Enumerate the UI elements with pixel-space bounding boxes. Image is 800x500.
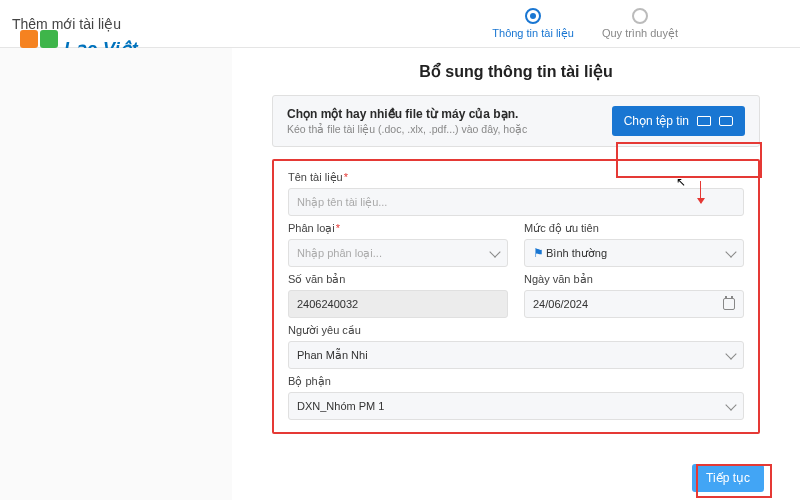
step1-label: Thông tin tài liệu <box>492 27 574 40</box>
doc-name-placeholder: Nhập tên tài liệu... <box>297 196 387 209</box>
choose-file-label: Chọn tệp tin <box>624 114 689 128</box>
upload-dropzone[interactable]: Chọn một hay nhiều file từ máy của bạn. … <box>272 95 760 147</box>
requester-label: Người yêu cầu <box>288 324 744 337</box>
chevron-down-icon <box>725 348 736 359</box>
upload-main-text: Chọn một hay nhiều file từ máy của bạn. <box>287 107 527 121</box>
annotation-arrow <box>700 181 701 203</box>
step-circle-icon <box>525 8 541 24</box>
upload-text: Chọn một hay nhiều file từ máy của bạn. … <box>287 107 527 135</box>
chevron-down-icon <box>725 246 736 257</box>
upload-sub-text: Kéo thả file tài liệu (.doc, .xlx, .pdf.… <box>287 123 527 135</box>
chevron-down-icon <box>489 246 500 257</box>
classify-select[interactable]: Nhập phân loại... <box>288 239 508 267</box>
dept-label: Bộ phận <box>288 375 744 388</box>
doc-date-label: Ngày văn bản <box>524 273 744 286</box>
doc-name-label: Tên tài liệu <box>288 171 744 184</box>
step-document-info[interactable]: Thông tin tài liệu <box>492 8 574 40</box>
requester-select[interactable]: Phan Mẫn Nhi <box>288 341 744 369</box>
content-title: Bổ sung thông tin tài liệu <box>272 62 760 81</box>
classify-placeholder: Nhập phân loại... <box>297 247 382 260</box>
continue-button[interactable]: Tiếp tục <box>692 464 764 492</box>
step-approval-process[interactable]: Quy trình duyệt <box>602 8 678 40</box>
desktop-icon <box>697 116 711 126</box>
dept-value: DXN_Nhóm PM 1 <box>297 400 384 412</box>
step-circle-icon <box>632 8 648 24</box>
doc-number-input[interactable]: 2406240032 <box>288 290 508 318</box>
chevron-down-icon <box>725 399 736 410</box>
content-area: Bổ sung thông tin tài liệu Chọn một hay … <box>232 48 800 500</box>
dept-select[interactable]: DXN_Nhóm PM 1 <box>288 392 744 420</box>
requester-value: Phan Mẫn Nhi <box>297 349 368 362</box>
doc-date-value: 24/06/2024 <box>533 298 588 310</box>
priority-value: Bình thường <box>546 247 607 259</box>
stepper: Thông tin tài liệu Quy trình duyệt <box>492 8 678 40</box>
step2-label: Quy trình duyệt <box>602 27 678 40</box>
left-side-panel <box>0 48 232 500</box>
doc-number-label: Số văn bản <box>288 273 508 286</box>
doc-name-input[interactable]: Nhập tên tài liệu... <box>288 188 744 216</box>
doc-number-value: 2406240032 <box>297 298 358 310</box>
continue-label: Tiếp tục <box>706 471 750 485</box>
doc-date-input[interactable]: 24/06/2024 <box>524 290 744 318</box>
flag-icon: ⚑ <box>533 246 544 260</box>
calendar-icon <box>723 298 735 310</box>
choose-file-button[interactable]: Chọn tệp tin <box>612 106 745 136</box>
cloud-icon <box>719 116 733 126</box>
classify-label: Phân loại <box>288 222 508 235</box>
priority-label: Mức độ ưu tiên <box>524 222 744 235</box>
priority-select[interactable]: ⚑Bình thường <box>524 239 744 267</box>
form-container: Tên tài liệu Nhập tên tài liệu... Phân l… <box>272 159 760 434</box>
